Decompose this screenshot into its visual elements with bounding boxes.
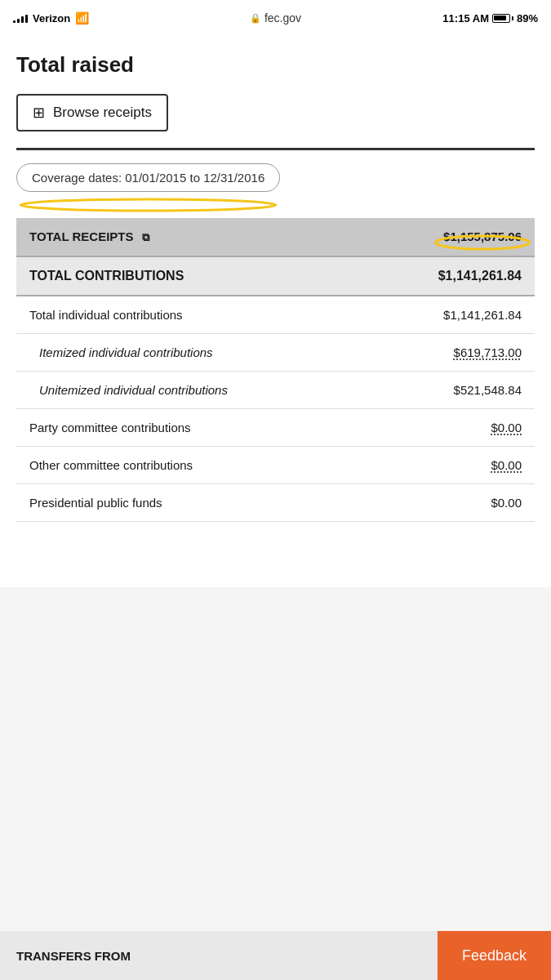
url-label: fec.gov <box>264 11 301 24</box>
page-title: Total raised <box>16 52 535 78</box>
total-receipts-label: TOTAL RECEIPTS <box>29 229 134 243</box>
signal-bar-1 <box>13 20 16 23</box>
battery-label: 89% <box>517 12 538 24</box>
browse-receipts-label: Browse receipts <box>53 105 152 121</box>
coverage-underline-svg <box>12 197 284 213</box>
coverage-dates-label: Coverage dates: 01/01/2015 to 12/31/2016 <box>32 171 264 185</box>
total-contributions-label-cell: TOTAL CONTRIBUTIONS <box>16 256 301 296</box>
row-label-4: Other committee contributions <box>16 447 301 484</box>
signal-bar-2 <box>17 19 20 23</box>
row-value-5: $0.00 <box>301 484 535 522</box>
row-value-3: $0.00 <box>301 409 535 447</box>
bottom-bar: TRANSFERS FROM Feedback <box>0 931 551 980</box>
total-receipts-value-cell: $1,155,875.06 <box>301 218 535 256</box>
total-contributions-row: TOTAL CONTRIBUTIONS $1,141,261.84 <box>16 256 535 296</box>
table-icon: ⊞ <box>33 104 45 122</box>
battery-body <box>492 14 510 23</box>
bottom-spacer <box>16 522 535 587</box>
wifi-icon: 📶 <box>75 11 89 24</box>
battery <box>492 14 513 23</box>
browse-receipts-button[interactable]: ⊞ Browse receipts <box>16 94 168 131</box>
row-label-2: Unitemized individual contributions <box>16 372 301 409</box>
battery-tip <box>512 16 513 20</box>
row-label-5: Presidential public funds <box>16 484 301 522</box>
financial-table: TOTAL RECEIPTS ⧉ $1,155,875.06 TOTAL CON… <box>16 218 535 522</box>
table-row: Other committee contributions $0.00 <box>16 447 535 484</box>
total-receipts-value-wrapper: $1,155,875.06 <box>443 229 522 243</box>
svg-point-0 <box>20 199 276 211</box>
transfers-from-label: TRANSFERS FROM <box>0 949 438 963</box>
total-receipts-label-cell: TOTAL RECEIPTS ⧉ <box>16 218 301 256</box>
signal-bar-4 <box>25 15 28 23</box>
row-value-1: $619,713.00 <box>301 334 535 372</box>
coverage-dates-wrapper: Coverage dates: 01/01/2015 to 12/31/2016 <box>16 163 280 205</box>
total-receipts-row: TOTAL RECEIPTS ⧉ $1,155,875.06 <box>16 218 535 256</box>
receipts-info-icon: ⧉ <box>142 231 149 243</box>
table-row: Itemized individual contributions $619,7… <box>16 334 535 372</box>
table-row: Presidential public funds $0.00 <box>16 484 535 522</box>
battery-fill <box>494 16 505 20</box>
status-center: 🔒 fec.gov <box>250 11 301 24</box>
lock-icon: 🔒 <box>250 13 261 24</box>
row-value-2: $521,548.84 <box>301 372 535 409</box>
status-right: 11:15 AM 89% <box>442 12 538 24</box>
total-receipts-value: $1,155,875.06 <box>443 229 522 243</box>
total-contributions-value: $1,141,261.84 <box>438 269 522 283</box>
main-content: Total raised ⊞ Browse receipts Coverage … <box>0 36 551 587</box>
time-label: 11:15 AM <box>442 12 489 24</box>
signal-bar-3 <box>21 16 24 23</box>
total-contributions-value-cell: $1,141,261.84 <box>301 256 535 296</box>
coverage-dates-badge: Coverage dates: 01/01/2015 to 12/31/2016 <box>16 163 280 192</box>
feedback-button[interactable]: Feedback <box>438 931 551 980</box>
status-bar: Verizon 📶 🔒 fec.gov 11:15 AM 89% <box>0 0 551 36</box>
row-value-4: $0.00 <box>301 447 535 484</box>
row-label-0: Total individual contributions <box>16 296 301 334</box>
carrier-label: Verizon <box>33 12 70 24</box>
row-value-0: $1,141,261.84 <box>301 296 535 334</box>
row-label-1: Itemized individual contributions <box>16 334 301 372</box>
table-row: Total individual contributions $1,141,26… <box>16 296 535 334</box>
status-left: Verizon 📶 <box>13 11 89 24</box>
signal-bars <box>13 13 28 23</box>
table-row: Party committee contributions $0.00 <box>16 409 535 447</box>
section-divider <box>16 148 535 150</box>
row-label-3: Party committee contributions <box>16 409 301 447</box>
total-contributions-label: TOTAL CONTRIBUTIONS <box>29 269 184 283</box>
table-row: Unitemized individual contributions $521… <box>16 372 535 409</box>
